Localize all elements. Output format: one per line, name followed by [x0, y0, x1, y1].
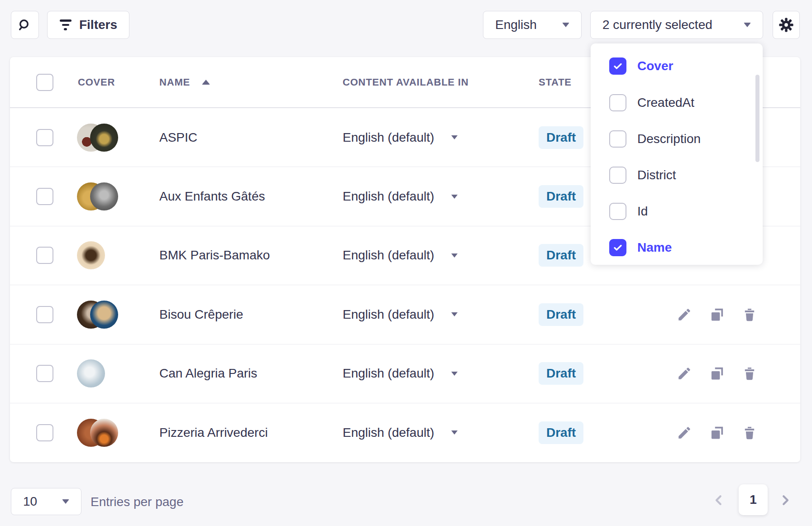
row-locale-select[interactable]: English (default): [343, 248, 458, 263]
content-manager-page: Filters English 2 currently selected: [0, 0, 812, 526]
row-checkbox[interactable]: [36, 306, 53, 323]
entry-name: ASPIC: [159, 130, 197, 144]
entry-name: Aux Enfants Gâtés: [159, 189, 265, 203]
edit-icon[interactable]: [677, 366, 692, 381]
menu-item-id[interactable]: Id: [609, 203, 648, 220]
duplicate-icon[interactable]: [709, 366, 725, 381]
filters-label: Filters: [79, 18, 117, 32]
search-icon: [18, 18, 32, 32]
checkmark-icon: [612, 242, 623, 253]
chevron-down-icon: [562, 23, 569, 27]
entry-name: Pizzeria Arrivederci: [159, 426, 268, 440]
settings-button[interactable]: [773, 11, 800, 39]
gear-icon: [778, 17, 794, 33]
chevron-down-icon: [451, 312, 458, 316]
cover-avatars: [77, 241, 119, 269]
row-checkbox[interactable]: [36, 188, 53, 205]
row-checkbox[interactable]: [36, 129, 53, 146]
row-locale-select[interactable]: English (default): [343, 426, 458, 440]
locale-select[interactable]: English: [483, 11, 582, 39]
filters-button[interactable]: Filters: [47, 11, 129, 39]
columns-picker-dropdown: Cover CreatedAt Description District Id …: [591, 43, 763, 265]
chevron-down-icon: [451, 253, 458, 258]
cover-avatar: [90, 182, 118, 210]
cover-avatar: [90, 419, 118, 447]
dropdown-scrollbar[interactable]: [755, 75, 759, 162]
checkbox-unchecked[interactable]: [609, 130, 626, 148]
row-checkbox[interactable]: [36, 424, 53, 441]
delete-icon[interactable]: [742, 307, 757, 322]
menu-item-name[interactable]: Name: [609, 239, 672, 256]
chevron-down-icon: [451, 195, 458, 199]
row-locale-select[interactable]: English (default): [343, 366, 458, 381]
cover-avatars: [77, 182, 119, 210]
status-badge: Draft: [539, 362, 583, 385]
page-size-value: 10: [23, 494, 37, 509]
table-row[interactable]: Can Alegria Paris English (default) Draf…: [10, 344, 800, 403]
page-number-button[interactable]: 1: [739, 484, 768, 515]
row-checkbox[interactable]: [36, 247, 53, 264]
duplicate-icon[interactable]: [709, 425, 725, 440]
menu-item-cover[interactable]: Cover: [609, 57, 673, 75]
locale-select-value: English: [495, 18, 537, 32]
select-all-checkbox[interactable]: [36, 74, 53, 91]
next-page-button[interactable]: [779, 493, 792, 507]
delete-icon[interactable]: [742, 425, 757, 440]
checkbox-unchecked[interactable]: [609, 167, 626, 184]
delete-icon[interactable]: [742, 366, 757, 381]
chevron-down-icon: [451, 430, 458, 435]
edit-icon[interactable]: [677, 425, 692, 440]
header-state: STATE: [539, 77, 572, 88]
chevron-down-icon: [451, 135, 458, 139]
checkbox-checked[interactable]: [609, 239, 626, 256]
chevron-down-icon: [62, 499, 69, 504]
columns-select-value: 2 currently selected: [602, 18, 712, 32]
table-row[interactable]: Pizzeria Arrivederci English (default) D…: [10, 403, 800, 462]
search-button[interactable]: [11, 11, 39, 39]
row-locale-select[interactable]: English (default): [343, 307, 458, 322]
entry-name: BMK Paris-Bamako: [159, 248, 270, 262]
cover-avatar: [77, 241, 105, 269]
checkbox-checked[interactable]: [609, 57, 626, 75]
sort-ascending-icon: [202, 80, 210, 85]
header-name[interactable]: NAME: [159, 77, 210, 88]
filter-icon: [59, 19, 72, 30]
duplicate-icon[interactable]: [709, 307, 725, 322]
header-content-available-in: CONTENT AVAILABLE IN: [343, 77, 468, 88]
cover-avatars: [77, 419, 119, 447]
entry-name: Bisou Crêperie: [159, 307, 243, 321]
checkmark-icon: [612, 61, 623, 72]
status-badge: Draft: [539, 421, 583, 444]
menu-item-district[interactable]: District: [609, 167, 676, 184]
entries-per-page-label: Entries per page: [91, 495, 183, 509]
row-locale-select[interactable]: English (default): [343, 130, 458, 145]
chevron-down-icon: [744, 23, 751, 27]
status-badge: Draft: [539, 303, 583, 326]
status-badge: Draft: [539, 244, 583, 267]
cover-avatar: [90, 301, 118, 329]
columns-select[interactable]: 2 currently selected: [590, 11, 763, 39]
cover-avatar: [90, 124, 118, 152]
cover-avatars: [77, 301, 119, 329]
previous-page-button[interactable]: [712, 493, 726, 507]
checkbox-unchecked[interactable]: [609, 94, 626, 111]
menu-item-createdat[interactable]: CreatedAt: [609, 94, 694, 111]
cover-avatar: [77, 359, 105, 387]
menu-item-description[interactable]: Description: [609, 130, 701, 148]
row-locale-select[interactable]: English (default): [343, 189, 458, 204]
edit-icon[interactable]: [677, 307, 692, 322]
status-badge: Draft: [539, 185, 583, 208]
cover-avatars: [77, 359, 119, 387]
page-size-select[interactable]: 10: [11, 488, 81, 515]
entry-name: Can Alegria Paris: [159, 366, 257, 380]
table-row[interactable]: Bisou Crêperie English (default) Draft: [10, 285, 800, 344]
header-cover: COVER: [78, 77, 115, 88]
cover-avatars: [77, 124, 119, 152]
status-badge: Draft: [539, 126, 583, 149]
chevron-down-icon: [451, 372, 458, 376]
row-checkbox[interactable]: [36, 365, 53, 382]
checkbox-unchecked[interactable]: [609, 203, 626, 220]
